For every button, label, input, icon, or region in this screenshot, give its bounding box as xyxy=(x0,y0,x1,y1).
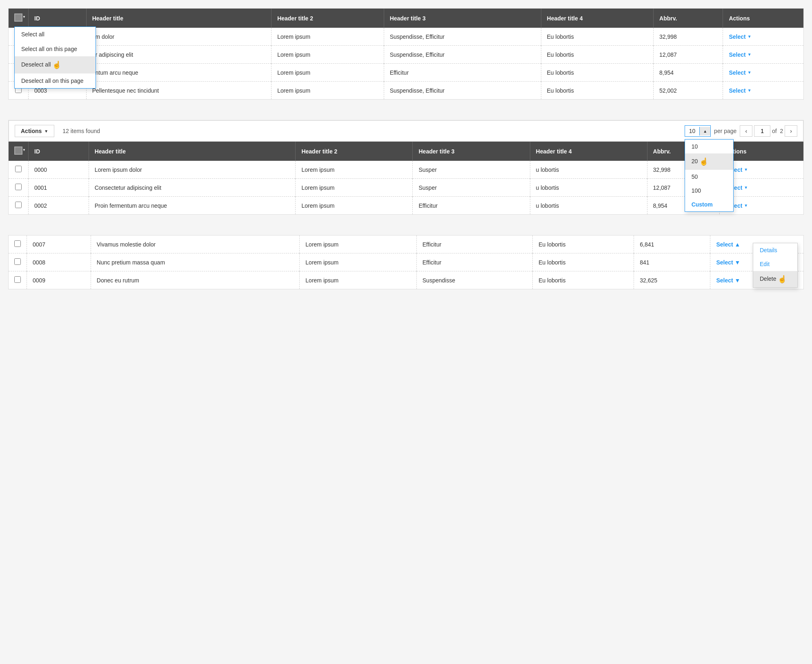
row-checkbox-cell xyxy=(9,271,27,289)
per-page-wrapper: 10 ▲ per page 1020☝50100Custom ‹ of 2 › xyxy=(685,125,797,137)
checkbox-dropdown-item[interactable]: Select all xyxy=(15,27,96,42)
row-col1: Nunc pretium massa quam xyxy=(91,253,300,271)
select-button[interactable]: Select ▼ xyxy=(729,87,751,94)
row-col4: Eu lobortis xyxy=(541,82,654,100)
page-of-label: of 2 xyxy=(772,128,783,134)
row-checkbox[interactable] xyxy=(15,184,22,190)
per-page-option[interactable]: Custom xyxy=(685,198,733,211)
row-actions: Select ▼ xyxy=(723,28,803,46)
row-col1: entum arcu neque xyxy=(86,64,271,82)
section-1: ID Header title Header title 2 Header ti… xyxy=(8,8,804,100)
th-header-title-2: Header title 2 xyxy=(296,142,413,161)
pagination-bar: Actions ▼ 12 items found 10 ▲ per page 1… xyxy=(9,120,803,142)
row-col4: u lobortis xyxy=(530,161,647,179)
select-button[interactable]: Select ▼ xyxy=(729,69,751,76)
th-header-title: Header title xyxy=(89,142,296,161)
th-header-title-4: Header title 4 xyxy=(541,9,654,28)
row-id: 0000 xyxy=(29,161,89,179)
page-number-input[interactable] xyxy=(754,125,770,137)
table-row: 0002 entum arcu neque Lorem ipsum Effici… xyxy=(9,64,803,82)
row-checkbox[interactable] xyxy=(15,166,22,172)
row-actions: Select ▼ xyxy=(723,64,803,82)
checkbox-header-toggle-2[interactable] xyxy=(14,147,22,155)
select-button[interactable]: Select ▼ xyxy=(716,277,740,284)
actions-label: Actions xyxy=(21,128,42,134)
select-arrow-icon: ▼ xyxy=(744,167,748,172)
section-3: 0007 Vivamus molestie dolor Lorem ipsum … xyxy=(8,235,804,289)
prev-page-button[interactable]: ‹ xyxy=(740,125,752,137)
row-col4: Eu lobortis xyxy=(533,235,634,253)
row-col2: Lorem ipsum xyxy=(271,64,384,82)
row-col4: Eu lobortis xyxy=(541,64,654,82)
row-action-item-edit[interactable]: Edit xyxy=(753,257,797,271)
table-row: 0000 um dolor Lorem ipsum Suspendisse, E… xyxy=(9,28,803,46)
row-abbrv: 12,087 xyxy=(654,46,723,64)
th-checkbox xyxy=(9,9,29,28)
row-col1: ur adipiscing elit xyxy=(86,46,271,64)
items-found-label: 12 items found xyxy=(62,128,100,134)
row-abbrv: 8,954 xyxy=(654,64,723,82)
per-page-option[interactable]: 10 xyxy=(685,140,733,153)
select-arrow-icon: ▼ xyxy=(747,70,752,75)
next-page-button[interactable]: › xyxy=(785,125,797,137)
row-col4: Eu lobortis xyxy=(541,46,654,64)
per-page-input[interactable]: 10 ▲ xyxy=(685,125,711,137)
row-col2: Lorem ipsum xyxy=(300,253,416,271)
th-checkbox xyxy=(9,142,29,161)
per-page-option[interactable]: 50 xyxy=(685,170,733,184)
checkbox-header-toggle[interactable] xyxy=(14,13,22,22)
row-action-item-details[interactable]: Details xyxy=(753,243,797,257)
row-abbrv: 841 xyxy=(634,253,710,271)
row-col3: Suspendisse, Efficitur xyxy=(384,28,541,46)
row-action-dropdown[interactable]: DetailsEditDelete☝ xyxy=(753,243,798,288)
row-id: 0008 xyxy=(27,253,91,271)
per-page-label: per page xyxy=(714,128,736,134)
row-checkbox[interactable] xyxy=(14,276,21,283)
row-checkbox-cell xyxy=(9,253,27,271)
select-button[interactable]: Select ▲ xyxy=(716,241,740,248)
table-row: 0008 Nunc pretium massa quam Lorem ipsum… xyxy=(9,253,803,271)
checkbox-dropdown-item[interactable]: Deselect all on this page xyxy=(15,73,96,88)
checkbox-dropdown-item[interactable]: Deselect all☝ xyxy=(15,56,96,73)
row-col1: Pellentesque nec tincidunt xyxy=(86,82,271,100)
per-page-option[interactable]: 20☝ xyxy=(685,153,733,170)
select-arrow-icon: ▼ xyxy=(747,34,752,39)
checkbox-dropdown[interactable]: Select allSelect all on this pageDeselec… xyxy=(14,27,96,89)
th-id: ID xyxy=(29,9,87,28)
row-checkbox[interactable] xyxy=(14,240,21,247)
row-id: 0009 xyxy=(27,271,91,289)
row-actions: Select ▼ xyxy=(723,46,803,64)
cursor-icon: ☝ xyxy=(699,157,708,166)
row-col4: Eu lobortis xyxy=(533,253,634,271)
select-button[interactable]: Select ▼ xyxy=(716,259,740,266)
per-page-option[interactable]: 100 xyxy=(685,184,733,198)
select-button[interactable]: Select ▼ xyxy=(729,33,751,40)
row-checkbox-cell xyxy=(9,197,29,215)
row-col2: Lorem ipsum xyxy=(271,46,384,64)
cursor-icon: ☝ xyxy=(778,275,787,284)
row-col2: Lorem ipsum xyxy=(296,197,413,215)
row-col3: Efficitur xyxy=(416,253,533,271)
row-action-item-delete[interactable]: Delete☝ xyxy=(753,271,797,287)
row-id: 0001 xyxy=(29,179,89,197)
row-id: 0007 xyxy=(27,235,91,253)
row-col1: Donec eu rutrum xyxy=(91,271,300,289)
table-row: 0009 Donec eu rutrum Lorem ipsum Suspend… xyxy=(9,271,803,289)
row-checkbox[interactable] xyxy=(15,202,22,208)
per-page-dropdown[interactable]: 1020☝50100Custom xyxy=(685,139,734,212)
section-2: Actions ▼ 12 items found 10 ▲ per page 1… xyxy=(8,120,804,215)
actions-button[interactable]: Actions ▼ xyxy=(15,125,54,137)
select-button[interactable]: Select ▼ xyxy=(729,51,751,58)
per-page-toggle[interactable]: ▲ xyxy=(699,127,710,135)
checkbox-dropdown-item[interactable]: Select all on this page xyxy=(15,42,96,56)
th-id: ID xyxy=(29,142,89,161)
table-row: 0003 Pellentesque nec tincidunt Lorem ip… xyxy=(9,82,803,100)
th-abbrv: Abbrv. xyxy=(654,9,723,28)
row-col3: Suspendisse xyxy=(416,271,533,289)
table-1: ID Header title Header title 2 Header ti… xyxy=(9,9,803,99)
table-3: 0007 Vivamus molestie dolor Lorem ipsum … xyxy=(9,235,803,289)
row-col2: Lorem ipsum xyxy=(296,179,413,197)
row-checkbox[interactable] xyxy=(14,258,21,265)
row-col1: Proin fermentum arcu neque xyxy=(89,197,296,215)
select-arrow-icon: ▼ xyxy=(747,88,752,93)
